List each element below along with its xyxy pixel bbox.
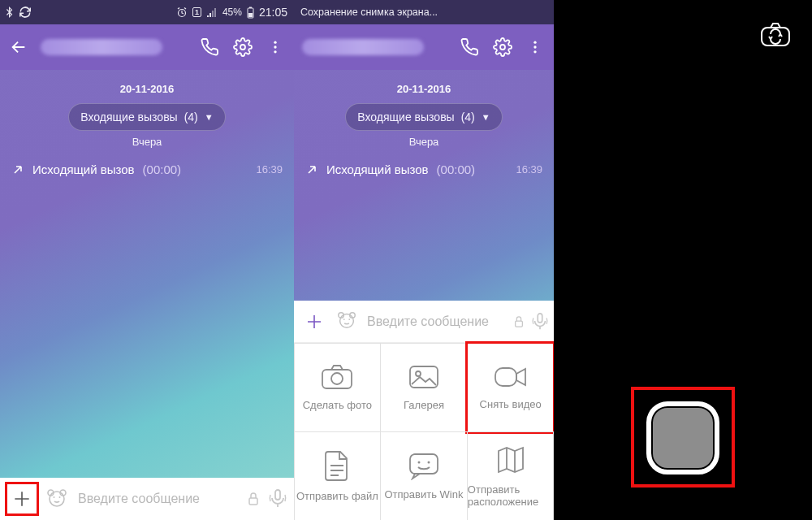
settings-icon[interactable] xyxy=(492,37,513,58)
clock-text: 21:05 xyxy=(259,6,287,19)
message-input-bar: Введите сообщение xyxy=(294,301,554,343)
incoming-calls-pill[interactable]: Входящие вызовы (4) ▼ xyxy=(345,103,502,131)
message-input[interactable]: Введите сообщение xyxy=(78,492,239,506)
app-bar xyxy=(0,24,294,70)
incoming-calls-pill[interactable]: Входящие вызовы (4) ▼ xyxy=(68,103,225,131)
contact-name-blurred xyxy=(302,39,424,55)
attach-gallery[interactable]: Галерея xyxy=(380,343,468,432)
svg-rect-2 xyxy=(249,6,252,8)
screenshot-panel-2: Сохранение снимка экрана... 20-11-2016 В… xyxy=(294,0,554,520)
sim-icon: 1 xyxy=(192,7,201,17)
date-label: 20-11-2016 xyxy=(0,83,294,95)
svg-rect-14 xyxy=(275,490,280,500)
svg-rect-31 xyxy=(410,454,438,474)
message-input-bar: Введите сообщение xyxy=(0,478,294,520)
call-time: 16:39 xyxy=(256,163,283,176)
app-bar xyxy=(294,24,554,70)
svg-rect-28 xyxy=(410,366,438,388)
battery-icon xyxy=(247,6,254,19)
attach-send-wink[interactable]: Отправить Wink xyxy=(380,431,468,521)
svg-point-18 xyxy=(533,50,536,53)
svg-point-32 xyxy=(417,462,420,464)
back-icon[interactable] xyxy=(8,37,29,58)
message-input[interactable]: Введите сообщение xyxy=(367,314,507,329)
attach-button[interactable] xyxy=(299,306,330,337)
svg-point-11 xyxy=(54,496,55,498)
svg-point-16 xyxy=(533,41,536,44)
svg-point-7 xyxy=(274,50,276,53)
svg-point-22 xyxy=(343,318,345,320)
svg-point-6 xyxy=(274,46,276,48)
screenshot-toast: Сохранение снимка экрана... xyxy=(300,6,438,18)
call-log-row[interactable]: Исходящий вызов (00:00) 16:39 xyxy=(294,156,554,183)
svg-point-33 xyxy=(427,462,430,464)
svg-point-12 xyxy=(59,496,61,498)
screenshot-panel-3 xyxy=(554,0,812,520)
svg-rect-24 xyxy=(516,321,523,327)
attach-record-video[interactable]: Снять видео xyxy=(467,343,554,432)
svg-rect-25 xyxy=(538,313,542,322)
attach-take-photo[interactable]: Сделать фото xyxy=(294,343,381,432)
svg-rect-3 xyxy=(248,13,253,17)
call-duration: (00:00) xyxy=(143,162,182,176)
svg-point-27 xyxy=(331,373,343,384)
sync-icon xyxy=(19,6,31,18)
call-icon[interactable] xyxy=(200,37,221,58)
settings-icon[interactable] xyxy=(232,37,253,58)
overflow-icon[interactable] xyxy=(265,37,286,58)
switch-camera-icon[interactable] xyxy=(758,21,793,49)
overflow-icon[interactable] xyxy=(525,37,546,58)
svg-point-15 xyxy=(500,45,505,50)
svg-point-19 xyxy=(340,314,354,327)
call-log-row[interactable]: Исходящий вызов (00:00) 16:39 xyxy=(0,156,294,183)
call-type: Исходящий вызов xyxy=(32,162,135,176)
pill-text: Входящие вызовы xyxy=(80,110,177,124)
bluetooth-icon xyxy=(6,6,15,18)
lock-icon xyxy=(513,315,525,328)
svg-point-4 xyxy=(240,45,245,50)
svg-point-29 xyxy=(416,371,421,376)
status-bar: 1 45% 21:05 xyxy=(0,0,294,24)
contact-name-blurred xyxy=(41,39,162,55)
attach-send-location[interactable]: Отправить расположение xyxy=(467,431,554,521)
lock-icon xyxy=(247,492,260,506)
sticker-icon[interactable] xyxy=(45,487,70,511)
pill-count: (4) xyxy=(184,110,198,124)
attach-button[interactable] xyxy=(6,483,37,514)
mic-icon[interactable] xyxy=(531,312,549,332)
yesterday-label: Вчера xyxy=(0,136,294,148)
battery-text: 45% xyxy=(222,6,242,18)
chevron-down-icon: ▼ xyxy=(205,112,214,122)
yesterday-label: Вчера xyxy=(294,136,554,148)
signal-icon xyxy=(206,7,218,17)
chevron-down-icon: ▼ xyxy=(482,112,490,122)
outgoing-arrow-icon xyxy=(305,163,318,176)
svg-point-5 xyxy=(274,41,276,44)
svg-point-17 xyxy=(533,46,536,48)
call-icon[interactable] xyxy=(460,37,481,58)
svg-rect-13 xyxy=(249,498,257,505)
svg-rect-34 xyxy=(762,28,789,46)
svg-rect-30 xyxy=(495,368,516,386)
attachment-sheet: Введите сообщение Сделать фото Галерея С… xyxy=(294,301,554,520)
shutter-button[interactable] xyxy=(646,401,719,474)
date-label: 20-11-2016 xyxy=(294,83,554,95)
status-bar: Сохранение снимка экрана... xyxy=(294,0,554,24)
alarm-icon xyxy=(176,6,188,18)
outgoing-arrow-icon xyxy=(11,163,24,176)
mic-icon[interactable] xyxy=(268,488,287,509)
svg-point-8 xyxy=(50,492,64,506)
sticker-icon[interactable] xyxy=(336,310,361,334)
attach-send-file[interactable]: Отправить файл xyxy=(294,431,381,521)
screenshot-panel-1: 1 45% 21:05 20-11-2016 Входящие вызовы (… xyxy=(0,0,294,520)
svg-point-23 xyxy=(348,318,350,320)
